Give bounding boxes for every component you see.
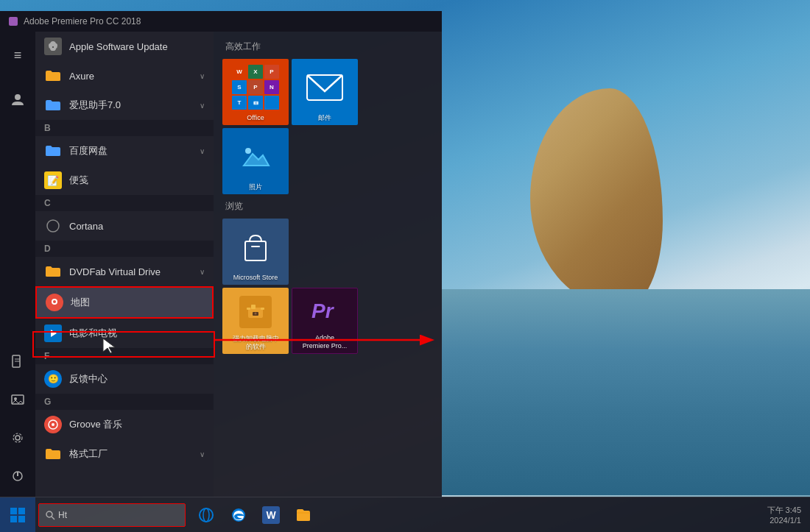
tile-mail-label: 邮件 [318,114,331,122]
tile-store[interactable]: Microsoft Store [222,219,289,285]
svg-point-20 [53,300,56,303]
app-item-baidu[interactable]: 百度网盘 ∨ [35,136,214,166]
app-item-dianying[interactable]: 电影和电视 [35,319,214,348]
axure-label: Axure [69,71,200,82]
sidebar-power-btn[interactable] [0,458,35,494]
fankui-label: 反馈中心 [69,372,205,386]
section-g: G [35,394,214,410]
dianying-label: 电影和电视 [69,327,205,340]
svg-rect-29 [245,241,266,260]
dianying-icon [44,324,62,342]
svg-rect-41 [10,508,17,514]
svg-point-48 [203,508,209,522]
svg-point-15 [13,433,22,442]
app-item-apple-software-update[interactable]: Apple Software Update [35,32,214,61]
section-title-liulan: 浏览 [222,200,433,213]
ditu-label: 地图 [71,296,203,309]
apple-software-update-label: Apple Software Update [69,41,205,52]
start-menu-sidebar: ≡ [0,32,35,497]
svg-point-36 [255,313,257,315]
ditu-icon [46,294,63,311]
sidebar-menu-btn[interactable]: ≡ [0,38,35,73]
svg-text:Pr: Pr [311,299,335,322]
app-item-dvdfab[interactable]: DVDFab Virtual Drive ∨ [35,257,214,286]
premiere-header-bar: Adobe Premiere Pro CC 2018 [0,11,442,32]
sidebar-settings-btn[interactable] [0,420,35,455]
baidu-folder-icon [44,142,62,160]
svg-rect-42 [18,508,25,514]
groove-label: Groove 音乐 [69,418,205,431]
premiere-dot [9,17,18,26]
svg-rect-30 [251,246,260,247]
start-menu: Adobe Premiere Pro CC 2018 ≡ Apple [0,11,442,497]
app-item-geshi[interactable]: 格式工厂 ∨ [35,439,214,469]
water-reflection [442,289,810,495]
app-list: Apple Software Update Axure ∨ 爱思助手7.0 ∨ … [35,32,214,497]
system-clock: 下午 3:45 2024/1/1 [767,505,801,525]
svg-point-23 [52,423,54,426]
tile-premiere[interactable]: Pr AdobePremiere Pro... [292,288,358,354]
cortana-label: Cortana [69,221,205,232]
svg-point-45 [46,511,52,517]
taskbar-word[interactable]: W [256,497,286,533]
sidebar-image-btn[interactable] [0,382,35,417]
section-d: D [35,241,214,257]
sidebar-file-btn[interactable] [0,344,35,379]
svg-point-14 [15,436,20,440]
axure-arrow: ∨ [200,72,205,80]
apple-icon [44,38,62,55]
taskbar-search[interactable]: Ht [38,503,186,527]
taskbar-edge[interactable] [224,497,253,533]
baidu-arrow: ∨ [200,147,205,155]
tile-office[interactable]: W X P S P N T 📧 Office [222,59,289,125]
tiles-row-tools: 强力卸载电脑中的软件 Pr AdobePremiere Pro... [222,288,433,354]
tile-stronghold-label: 强力卸载电脑中的软件 [233,335,279,351]
svg-rect-32 [251,305,256,309]
svg-rect-24 [304,72,345,103]
geshi-folder-icon [44,445,62,463]
baidu-label: 百度网盘 [69,144,200,157]
start-button[interactable] [0,497,35,533]
svg-line-46 [52,517,54,519]
app-item-fankui[interactable]: 🙂 反馈中心 [35,364,214,394]
section-title-gaoxiao: 高效工作 [222,40,433,53]
section-f: F [35,348,214,364]
svg-point-28 [245,148,251,154]
tile-photos-label: 照片 [249,183,262,191]
bianjian-label: 便笺 [69,174,205,187]
sidebar-user-btn[interactable] [0,82,35,117]
svg-rect-44 [18,516,25,522]
tiles-row-store: Microsoft Store [222,219,433,285]
app-item-cortana[interactable]: Cortana [35,211,214,241]
svg-rect-43 [10,516,17,522]
svg-point-18 [47,220,59,232]
app-item-aisi[interactable]: 爱思助手7.0 ∨ [35,91,214,120]
tile-photos[interactable]: 照片 [222,128,289,194]
axure-folder-icon [44,67,62,85]
geshi-label: 格式工厂 [69,447,200,461]
fankui-icon: 🙂 [44,370,62,388]
app-item-ditu[interactable]: 地图 [35,286,214,319]
app-item-axure[interactable]: Axure ∨ [35,61,214,91]
dvdfab-label: DVDFab Virtual Drive [69,266,200,277]
groove-icon [44,416,62,433]
taskbar-taskview[interactable] [191,497,221,533]
svg-rect-34 [261,308,264,310]
section-b: B [35,120,214,136]
tiles-row-1: W X P S P N T 📧 Office [222,59,433,125]
app-item-groove[interactable]: Groove 音乐 [35,410,214,439]
svg-point-47 [200,508,213,522]
dvdfab-arrow: ∨ [200,268,205,276]
taskbar-explorer[interactable] [289,497,318,533]
taskbar: Ht W 下午 3:45 2024/1/1 [0,497,810,532]
aisi-label: 爱思助手7.0 [69,99,200,112]
app-item-bianjian[interactable]: 📝 便笺 [35,166,214,195]
tile-mail[interactable]: 邮件 [292,59,358,125]
tile-stronghold[interactable]: 强力卸载电脑中的软件 [222,288,289,354]
section-c: C [35,195,214,211]
aisi-arrow: ∨ [200,102,205,110]
premiere-bar-text: Adobe Premiere Pro CC 2018 [24,16,141,26]
tiles-row-photos: 照片 [222,128,433,194]
aisi-folder-icon [44,96,62,114]
tile-office-label: Office [247,114,264,122]
